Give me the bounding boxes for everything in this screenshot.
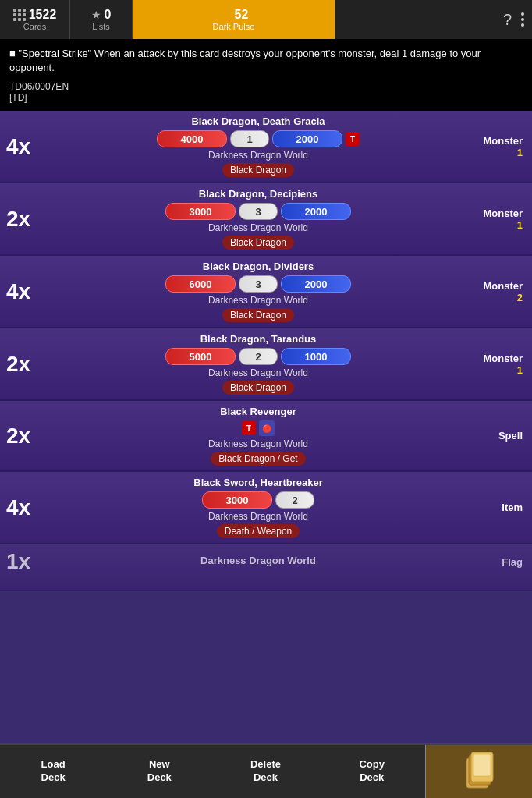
card-power: 3000 — [165, 203, 236, 220]
card-name: Black Revenger — [45, 406, 471, 417]
card-defense: 1000 — [281, 348, 351, 365]
extra-icon: 🔴 — [259, 420, 275, 436]
new-deck-button[interactable]: New Deck — [106, 745, 212, 798]
card-entry-darkness-dragon-world[interactable]: 1x Darkness Dragon World Flag — [0, 544, 532, 591]
card-multiplier: 2x — [6, 424, 45, 449]
load-deck-button[interactable]: Load Deck — [0, 745, 106, 798]
card-multiplier: 1x — [6, 549, 45, 574]
card-type-label: Monster 1 — [471, 353, 526, 376]
card-entry-black-sword-heartbreaker[interactable]: 4x Black Sword, Heartbreaker 3000 2 Dark… — [0, 472, 532, 544]
card-type-label: Monster 2 — [471, 280, 526, 303]
card-type: Black Dragon — [222, 308, 294, 322]
card-multiplier: 4x — [6, 495, 45, 520]
card-info: Black Dragon, Death Gracia 4000 1 2000 T… — [45, 115, 471, 177]
bottom-toolbar: Load Deck New Deck Delete Deck Copy Deck — [0, 743, 532, 798]
svg-rect-3 — [473, 754, 491, 776]
card-effect-text: ■ "Spectral Strike" When an attack by th… — [9, 47, 523, 75]
lists-tab[interactable]: ★ 0 Lists — [70, 0, 133, 39]
card-entry-black-revenger[interactable]: 2x Black Revenger T 🔴 Darkness Dragon Wo… — [0, 401, 532, 472]
card-info: Black Sword, Heartbreaker 3000 2 Darknes… — [45, 477, 471, 538]
deck-cards-icon — [463, 752, 495, 791]
card-entry-black-dragon-decipiens[interactable]: 2x Black Dragon, Decipiens 3000 3 2000 D… — [0, 183, 532, 256]
card-power: 5000 — [165, 348, 236, 365]
card-multiplier: 4x — [6, 279, 45, 304]
card-type: Black Dragon / Get — [211, 452, 305, 466]
deck-color-icon — [219, 9, 232, 21]
star-icon: ★ — [91, 9, 101, 21]
card-name: Darkness Dragon World — [45, 555, 471, 566]
t-icon: T — [346, 132, 360, 146]
cards-tab[interactable]: 1522 Cards — [0, 0, 70, 39]
card-world: Darkness Dragon World — [45, 438, 471, 449]
card-type: Black Dragon — [222, 381, 294, 395]
card-list[interactable]: 4x Black Dragon, Death Gracia 4000 1 200… — [0, 111, 532, 743]
card-level: 2 — [275, 491, 314, 509]
t-icon: T — [242, 421, 256, 435]
card-world: Darkness Dragon World — [45, 150, 471, 161]
card-info: Black Revenger T 🔴 Darkness Dragon World… — [45, 406, 471, 466]
card-entry-black-dragon-dividers[interactable]: 4x Black Dragon, Dividers 6000 3 2000 Da… — [0, 256, 532, 328]
card-world: Darkness Dragon World — [45, 367, 471, 378]
card-world: Darkness Dragon World — [45, 295, 471, 306]
card-info: Black Dragon, Tarandus 5000 2 1000 Darkn… — [45, 333, 471, 395]
card-level: 1 — [230, 130, 269, 147]
card-entry-black-dragon-tarandus[interactable]: 2x Black Dragon, Tarandus 5000 2 1000 Da… — [0, 328, 532, 401]
deck-name: Dark Pulse — [213, 22, 255, 31]
card-power: 4000 — [157, 130, 227, 147]
card-type: Black Dragon — [222, 163, 294, 177]
card-world: Darkness Dragon World — [45, 511, 471, 522]
card-info: Black Dragon, Decipiens 3000 3 2000 Dark… — [45, 188, 471, 250]
menu-button[interactable] — [521, 12, 524, 27]
card-type-label: Flag — [471, 556, 526, 568]
card-level: 3 — [239, 203, 278, 220]
card-info: Darkness Dragon World — [45, 555, 471, 569]
card-type: Death / Weapon — [217, 524, 300, 538]
card-type: Black Dragon — [222, 236, 294, 250]
card-name: Black Dragon, Death Gracia — [45, 115, 471, 127]
delete-deck-button[interactable]: Delete Deck — [212, 745, 318, 798]
copy-deck-button[interactable]: Copy Deck — [319, 745, 425, 798]
card-defense: 2000 — [272, 130, 342, 147]
lists-count: 0 — [105, 8, 112, 22]
deck-icon-area[interactable] — [425, 745, 532, 798]
card-multiplier: 2x — [6, 207, 45, 232]
cards-label: Cards — [23, 22, 46, 31]
card-name: Black Dragon, Dividers — [45, 261, 471, 272]
card-name: Black Sword, Heartbreaker — [45, 477, 471, 488]
cards-count: 1522 — [29, 8, 57, 22]
card-name: Black Dragon, Decipiens — [45, 188, 471, 200]
card-entry-black-dragon-death-gracia[interactable]: 4x Black Dragon, Death Gracia 4000 1 200… — [0, 111, 532, 183]
card-defense: 2000 — [281, 203, 351, 220]
app-header: 1522 Cards ★ 0 Lists 52 Dark Pulse ? — [0, 0, 532, 39]
card-power: 6000 — [165, 275, 236, 293]
grid-icon — [13, 9, 26, 21]
card-info: Black Dragon, Dividers 6000 3 2000 Darkn… — [45, 261, 471, 322]
card-defense: 2000 — [281, 275, 351, 293]
card-code: TD06/0007EN [TD] — [9, 81, 523, 103]
card-detail-panel: ■ "Spectral Strike" When an attack by th… — [0, 39, 532, 111]
header-actions: ? — [335, 0, 532, 39]
lists-label: Lists — [92, 22, 110, 31]
card-type-label: Item — [471, 502, 526, 513]
deck-tab[interactable]: 52 Dark Pulse — [133, 0, 335, 39]
card-type-label: Monster 1 — [471, 207, 526, 231]
card-multiplier: 4x — [6, 134, 45, 159]
card-power: 3000 — [202, 491, 272, 509]
help-button[interactable]: ? — [503, 11, 512, 29]
card-level: 3 — [239, 275, 278, 293]
card-type-label: Spell — [471, 430, 526, 442]
card-level: 2 — [239, 348, 278, 365]
card-name: Black Dragon, Tarandus — [45, 333, 471, 345]
card-world: Darkness Dragon World — [45, 222, 471, 233]
card-multiplier: 2x — [6, 352, 45, 377]
card-type-label: Monster 1 — [471, 135, 526, 158]
deck-count: 52 — [235, 8, 249, 22]
